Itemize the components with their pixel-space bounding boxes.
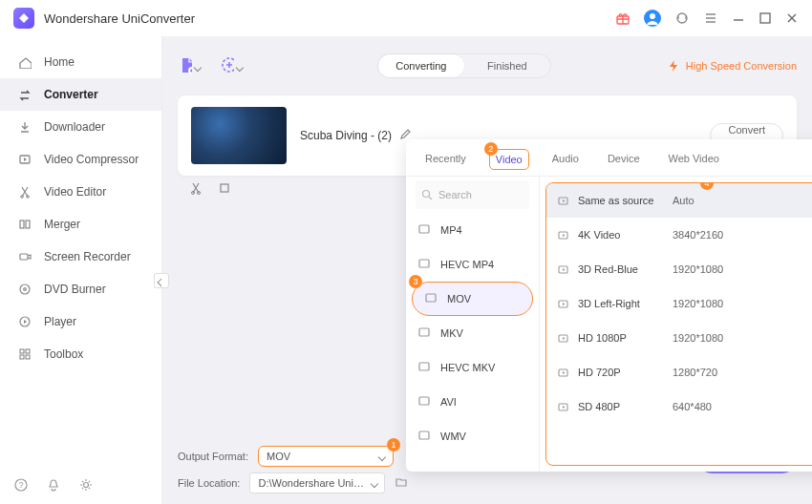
nav-label: Video Editor <box>44 185 106 199</box>
toolbar: Converting Finished High Speed Conversio… <box>178 46 797 86</box>
sidebar-item-screen-recorder[interactable]: Screen Recorder <box>0 241 161 273</box>
high-speed-conversion[interactable]: High Speed Conversion <box>667 59 797 73</box>
file-thumbnail[interactable] <box>191 107 287 164</box>
close-icon[interactable] <box>785 11 799 25</box>
format-label: HEVC MKV <box>440 362 495 373</box>
player-icon <box>17 314 32 329</box>
nav-label: Toolbox <box>44 347 83 361</box>
format-mov[interactable]: MOV3 <box>412 282 533 316</box>
sidebar-item-toolbox[interactable]: Toolbox <box>0 338 161 370</box>
support-icon[interactable] <box>674 10 690 26</box>
sidebar-item-player[interactable]: Player <box>0 305 161 338</box>
video-icon <box>558 195 570 207</box>
callout-1: 1 <box>387 438 400 452</box>
minimize-icon[interactable] <box>732 11 745 25</box>
resolution-hd-720p[interactable]: HD 720P1280*720 <box>546 355 812 389</box>
svg-rect-5 <box>760 13 770 23</box>
svg-rect-31 <box>419 260 429 267</box>
search-icon <box>421 189 433 200</box>
video-icon <box>558 401 570 413</box>
add-file-button[interactable] <box>178 54 201 77</box>
res-dim: 1920*1080 <box>673 332 723 344</box>
format-mkv[interactable]: MKV <box>406 316 539 350</box>
format-label: MOV <box>447 293 471 304</box>
nav-label: Screen Recorder <box>44 250 131 263</box>
bell-icon[interactable] <box>46 477 61 496</box>
popover-tab-web-video[interactable]: Web Video <box>663 149 725 170</box>
res-label: 3D Red-Blue <box>578 263 638 275</box>
converter-icon <box>17 87 32 102</box>
editor-icon <box>17 184 32 200</box>
svg-point-12 <box>20 284 30 294</box>
open-folder-icon[interactable] <box>395 475 408 491</box>
format-icon <box>417 257 431 272</box>
popover-tab-device[interactable]: Device <box>602 149 646 170</box>
callout-2: 2 <box>484 142 498 156</box>
settings-icon[interactable] <box>78 477 94 496</box>
merger-icon <box>17 217 32 232</box>
help-icon[interactable]: ? <box>13 477 29 496</box>
output-format-select[interactable]: MOV <box>258 446 394 467</box>
format-icon <box>417 222 431 238</box>
svg-rect-33 <box>419 328 429 336</box>
svg-rect-35 <box>419 397 429 405</box>
sidebar-item-dvd-burner[interactable]: DVD Burner <box>0 273 161 305</box>
resolution-sd-480p[interactable]: SD 480P640*480 <box>546 389 812 424</box>
add-folder-button[interactable] <box>220 54 243 77</box>
sidebar-item-merger[interactable]: Merger <box>0 208 161 241</box>
video-icon <box>558 263 570 276</box>
file-location-select[interactable]: D:\Wondershare UniConverter <box>249 472 385 494</box>
callout-3: 3 <box>409 275 422 288</box>
sidebar-item-video-compressor[interactable]: Video Compressor <box>0 143 161 176</box>
svg-rect-32 <box>426 294 436 302</box>
svg-rect-11 <box>20 254 28 260</box>
maximize-icon[interactable] <box>759 11 772 25</box>
tab-finished[interactable]: Finished <box>464 54 550 77</box>
format-icon <box>417 429 431 444</box>
nav-label: Home <box>44 55 75 69</box>
dvd-icon <box>17 282 32 297</box>
crop-icon[interactable] <box>218 181 231 199</box>
menu-icon[interactable] <box>703 10 718 26</box>
resolution-hd-1080p[interactable]: HD 1080P1920*1080 <box>546 321 812 355</box>
sidebar-item-video-editor[interactable]: Video Editor <box>0 176 161 208</box>
res-label: HD 720P <box>578 367 621 378</box>
svg-rect-10 <box>26 220 30 228</box>
resolution-column: 4 Same as sourceAuto4K Video3840*21603D … <box>545 182 812 466</box>
popover-tab-audio[interactable]: Audio <box>546 149 585 170</box>
format-search[interactable]: Search <box>416 180 529 209</box>
svg-point-21 <box>84 483 89 488</box>
format-hevc-mkv[interactable]: HEVC MKV <box>406 350 539 385</box>
format-column: Search MP4HEVC MP4MOV3MKVHEVC MKVAVIWMV <box>406 177 540 472</box>
sidebar-item-downloader[interactable]: Downloader <box>0 111 161 143</box>
format-avi[interactable]: AVI <box>406 385 539 419</box>
popover-tab-video[interactable]: Video2 <box>489 149 529 170</box>
format-icon <box>417 326 431 341</box>
svg-rect-18 <box>26 355 30 359</box>
format-mp4[interactable]: MP4 <box>406 213 539 247</box>
res-label: HD 1080P <box>578 332 627 344</box>
resolution-4k-video[interactable]: 4K Video3840*2160 <box>546 218 812 252</box>
format-label: HEVC MP4 <box>440 259 494 270</box>
file-location-label: File Location: <box>178 477 240 489</box>
file-title: Scuba Diving - (2) <box>300 128 412 143</box>
resolution-3d-left-right[interactable]: 3D Left-Right1920*1080 <box>546 286 812 321</box>
svg-rect-34 <box>419 363 429 370</box>
resolution-3d-red-blue[interactable]: 3D Red-Blue1920*1080 <box>546 252 812 286</box>
sidebar-item-converter[interactable]: Converter <box>0 78 161 111</box>
format-hevc-mp4[interactable]: HEVC MP4 <box>406 247 539 282</box>
home-icon <box>17 54 32 70</box>
resolution-same-as-source[interactable]: Same as sourceAuto <box>546 183 812 218</box>
res-label: Same as source <box>578 195 653 206</box>
format-wmv[interactable]: WMV <box>406 419 539 453</box>
trim-icon[interactable] <box>189 181 203 199</box>
avatar-icon[interactable] <box>644 10 661 27</box>
popover-tab-recently[interactable]: Recently <box>419 149 472 170</box>
bolt-icon <box>667 59 680 73</box>
sidebar-item-home[interactable]: Home <box>0 46 161 78</box>
tab-converting[interactable]: Converting <box>378 54 464 77</box>
gift-icon[interactable] <box>615 10 630 26</box>
res-dim: Auto <box>673 195 694 206</box>
svg-point-29 <box>423 191 430 198</box>
video-icon <box>558 367 570 379</box>
